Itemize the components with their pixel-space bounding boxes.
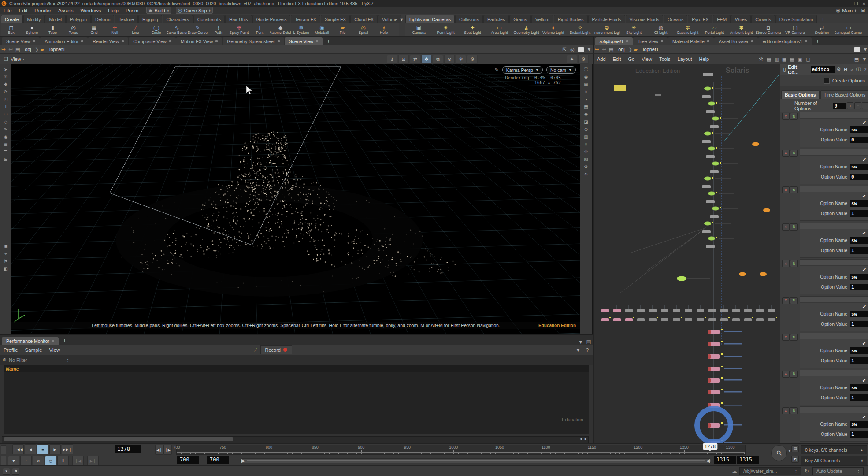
shelf-tool-spray-paint[interactable]: ❉Spray Paint [229, 23, 249, 37]
shelf-tab-polygon[interactable]: Polygon [66, 15, 91, 23]
net-menu-layout[interactable]: Layout [674, 56, 696, 62]
shelf-tab-guide-process[interactable]: Guide Process [252, 15, 291, 23]
gear-icon[interactable]: ⚙ [578, 55, 589, 64]
shelf-tab-vellum[interactable]: Vellum [531, 15, 553, 23]
option-name-field[interactable]: sw [850, 126, 868, 133]
close-icon[interactable] [278, 40, 280, 42]
shelf-tab-drive-simulation[interactable]: Drive Simulation [775, 15, 817, 23]
playback-range-slider[interactable]: ▶ ◀ [240, 458, 711, 463]
shelf-tab-particles[interactable]: Particles [483, 15, 509, 23]
split-icon[interactable]: ⬒ [582, 103, 590, 111]
go-start-icon[interactable]: ❘◀◀ [12, 444, 24, 454]
pin-icon[interactable]: ⍋ [387, 55, 397, 64]
list-view-icon[interactable]: ▤ [788, 56, 796, 62]
transform-handles-icon[interactable]: ⇄ [410, 55, 420, 64]
pane-tab-geometry-spreadsheet[interactable]: Geometry Spreadsheet [223, 37, 284, 45]
shelf-tab-rigid-bodies[interactable]: Rigid Bodies [554, 15, 588, 23]
pane-layout-swatch[interactable] [578, 47, 584, 52]
delete-option-button[interactable]: ✕ [782, 334, 790, 341]
close-icon[interactable] [52, 340, 54, 342]
shelf-tool-sky-light[interactable]: ☀Sky Light [620, 23, 647, 37]
shelf-tab-crowds[interactable]: Crowds [751, 15, 775, 23]
audio-icon[interactable]: ◔ [20, 456, 32, 466]
param-tab-time-based-options[interactable]: Time Based Options [820, 90, 868, 99]
corner-icon[interactable]: ◪ [582, 118, 590, 126]
brush-icon[interactable]: ✎ [2, 126, 10, 133]
option-enable-checkmark[interactable]: ✔ [862, 304, 866, 310]
shelf-tool-platonic-solids[interactable]: ◆Platonic Solids [270, 23, 291, 37]
shelf-tab-characters[interactable]: Characters [163, 15, 193, 23]
net-menu-help[interactable]: Help [696, 56, 713, 62]
frame-ruler[interactable]: 7007508008509009501000105011001150120012… [176, 445, 746, 455]
breadcrumb-lopnet1[interactable]: lopnet1 [639, 47, 662, 52]
shelf-tool-font[interactable]: TFont [249, 23, 270, 37]
grid-view-icon[interactable]: ▦ [780, 56, 788, 62]
option-name-field[interactable]: sw [850, 237, 868, 244]
shelf-divider-arrow-icon[interactable]: ▼ [399, 17, 404, 22]
delete-option-button[interactable]: ✕ [782, 150, 790, 157]
close-icon[interactable] [169, 40, 171, 42]
menu-windows[interactable]: Windows [77, 8, 105, 13]
pin-icon[interactable]: ◎ [568, 47, 576, 52]
dot-icon[interactable]: ⊙ [582, 126, 590, 133]
filter-input[interactable]: No Filter [9, 357, 27, 363]
move-option-button[interactable]: ⇅ [790, 371, 798, 378]
range-end-handle[interactable]: ◀ [706, 458, 710, 464]
step-forward-icon[interactable]: ❘▶ [163, 445, 172, 455]
close-icon[interactable] [316, 40, 318, 42]
next-key-icon[interactable]: ▶❘ [87, 456, 99, 466]
option-enable-checkmark[interactable]: ✔ [862, 193, 866, 199]
add-pane-tab-button[interactable]: ＋ [323, 37, 334, 45]
option-name-field[interactable]: sw [850, 311, 868, 317]
back-arrow-icon[interactable]: ➥ [1, 46, 6, 52]
select-arrow-icon[interactable]: ➤ [2, 66, 10, 73]
option-enable-checkmark[interactable]: ✔ [862, 120, 866, 126]
scroll-left-icon[interactable]: ◀ [579, 437, 582, 441]
shelf-tool-line[interactable]: ╱Line [125, 23, 146, 37]
shelf-tool-portal-light[interactable]: ▱Portal Light [701, 23, 728, 37]
detail-view-icon[interactable]: ▣ [796, 56, 804, 62]
option-name-field[interactable]: sw [850, 274, 868, 280]
rotate-icon[interactable]: ⟳ [2, 88, 10, 96]
pane-tab-tree-view[interactable]: Tree View [633, 37, 668, 45]
close-icon[interactable] [122, 40, 124, 42]
option-name-field[interactable]: sw [850, 164, 868, 170]
option-enable-checkmark[interactable]: ✔ [862, 267, 866, 273]
houdini-h-icon[interactable]: H [842, 67, 848, 72]
realtime-toggle-icon[interactable]: ◷ [45, 456, 56, 466]
forward-arrow-icon[interactable]: ➥ [602, 46, 606, 52]
clear-broom-icon[interactable]: ⟋ [252, 347, 260, 353]
shelf-tab-volume[interactable]: Volume [378, 15, 401, 23]
add-shelf-tab-button[interactable]: ＋ [817, 15, 828, 23]
snap-grid-icon[interactable]: ▦ [2, 141, 10, 148]
tools-wrench-icon[interactable]: ⚒ [757, 56, 765, 62]
shelf-tab-collisions[interactable]: Collisions [455, 15, 483, 23]
shelf-tool-torus[interactable]: ◎Torus [63, 23, 84, 37]
keys-info-field[interactable]: 0 keys, 0/0 channels ▲ [801, 445, 867, 454]
shelf-tab-cloud-fx[interactable]: Cloud FX [350, 15, 378, 23]
shelf-tab-model[interactable]: Model [45, 15, 66, 23]
close-icon[interactable] [751, 40, 753, 42]
shelf-tab-hair-utils[interactable]: Hair Utils [225, 15, 252, 23]
shelf-tool-vr-camera[interactable]: ▢VR Camera [782, 23, 809, 37]
desktop-menu[interactable]: ◉ Main ▲▼ [835, 7, 858, 13]
shelf-tool-camera[interactable]: ▣Camera [405, 23, 432, 37]
option-value-field[interactable]: 1 [850, 431, 868, 438]
fill-icon[interactable]: ▧ [582, 156, 590, 163]
range-end-display-field[interactable]: 1315 [737, 456, 759, 464]
clear-options-button[interactable] [862, 102, 868, 109]
menu-file[interactable]: File [0, 8, 15, 13]
update-mode-selector[interactable]: Auto Update ▲▼ [812, 467, 864, 475]
shelf-tool-metaball[interactable]: ◉Metaball [312, 23, 332, 37]
expand-icon[interactable]: ⊞ [2, 156, 10, 163]
delete-option-button[interactable]: ✕ [782, 186, 790, 193]
chevron-down-icon[interactable]: ▼ [586, 47, 593, 52]
option-value-field[interactable]: 0 [850, 137, 868, 143]
shelf-tool-tube[interactable]: ▮Tube [42, 23, 63, 37]
disable-icon[interactable]: ⊘ [444, 55, 455, 64]
shelf-tool-grid[interactable]: ▦Grid [84, 23, 104, 37]
pencil-icon[interactable]: ✎ [494, 67, 498, 73]
shade-icon[interactable]: ◑ [582, 96, 590, 103]
chevron-down-icon[interactable]: ▼ [574, 347, 582, 353]
half-icon[interactable]: ◧ [2, 265, 10, 272]
